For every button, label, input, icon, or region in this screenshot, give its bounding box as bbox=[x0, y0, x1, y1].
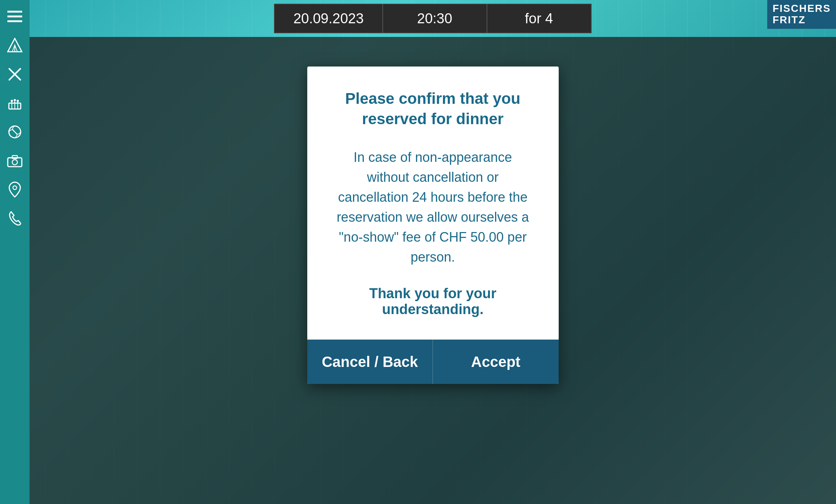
modal-body: Please confirm that you reserved for din… bbox=[307, 67, 559, 340]
reservation-date[interactable]: 20.09.2023 bbox=[275, 4, 382, 33]
svg-point-16 bbox=[11, 100, 13, 102]
svg-point-18 bbox=[17, 100, 19, 102]
modal-footer: Cancel / Back Accept bbox=[307, 340, 559, 384]
logo-line2: FRITZ bbox=[772, 14, 831, 26]
modal-title: Please confirm that you reserved for din… bbox=[333, 89, 533, 129]
svg-rect-0 bbox=[7, 11, 22, 13]
confirmation-modal: Please confirm that you reserved for din… bbox=[307, 67, 559, 384]
modal-overlay: Please confirm that you reserved for din… bbox=[30, 37, 836, 504]
gallery-icon[interactable] bbox=[2, 148, 28, 174]
leisure-icon[interactable] bbox=[2, 119, 28, 145]
svg-line-6 bbox=[15, 45, 17, 52]
phone-icon[interactable] bbox=[2, 205, 28, 231]
accept-button[interactable]: Accept bbox=[433, 340, 559, 384]
modal-thanks: Thank you for your understanding. bbox=[333, 286, 533, 317]
svg-point-21 bbox=[12, 160, 17, 165]
modal-policy: In case of non-appearance without cancel… bbox=[333, 147, 533, 267]
svg-rect-1 bbox=[7, 16, 22, 17]
reservation-time[interactable]: 20:30 bbox=[383, 4, 487, 33]
location-icon[interactable] bbox=[2, 177, 28, 202]
events-icon[interactable] bbox=[2, 90, 28, 116]
restaurant-logo: FISCHERS FRITZ bbox=[767, 0, 836, 29]
svg-point-23 bbox=[13, 186, 17, 190]
cancel-back-button[interactable]: Cancel / Back bbox=[307, 340, 433, 384]
cutlery-icon[interactable] bbox=[2, 61, 28, 87]
svg-rect-2 bbox=[7, 20, 22, 22]
reservation-guests[interactable]: for 4 bbox=[487, 4, 591, 33]
sidebar bbox=[0, 0, 30, 504]
reservation-fields: 20.09.2023 20:30 for 4 bbox=[274, 4, 591, 33]
reservation-bar: 20.09.2023 20:30 for 4 bbox=[30, 0, 836, 37]
svg-rect-22 bbox=[12, 156, 17, 159]
menu-icon[interactable] bbox=[2, 4, 28, 30]
tent-icon[interactable] bbox=[2, 33, 28, 58]
svg-rect-20 bbox=[8, 158, 22, 167]
logo-line1: FISCHERS bbox=[772, 3, 831, 14]
svg-point-17 bbox=[14, 99, 16, 101]
svg-line-5 bbox=[12, 45, 15, 52]
